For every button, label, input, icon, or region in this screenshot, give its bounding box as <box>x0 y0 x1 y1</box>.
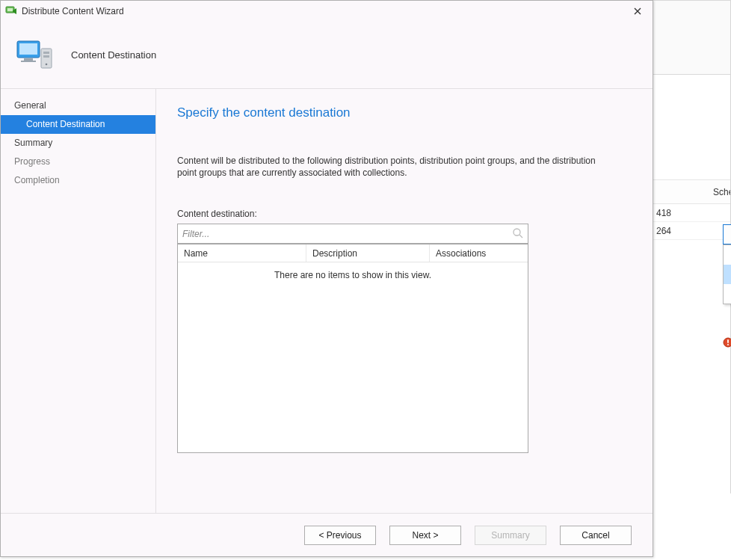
nav-item-completion[interactable]: Completion <box>1 171 155 190</box>
svg-rect-4 <box>24 58 33 61</box>
svg-rect-5 <box>21 61 36 62</box>
content-description: Content will be distributed to the follo… <box>177 155 596 179</box>
column-associations[interactable]: Associations <box>430 244 528 262</box>
previous-button[interactable]: < Previous <box>304 526 376 545</box>
svg-point-11 <box>724 338 731 347</box>
nav-item-progress[interactable]: Progress <box>1 153 155 171</box>
column-name[interactable]: Name <box>178 244 306 262</box>
add-menu-distribution-point[interactable]: Distribution Point <box>724 265 731 284</box>
app-icon <box>5 4 17 19</box>
nav-item-general[interactable]: General <box>1 96 155 115</box>
titlebar: Distribute Content Wizard <box>1 1 653 22</box>
svg-rect-7 <box>43 52 49 54</box>
wizard-content: Specify the content destination Content … <box>156 89 653 513</box>
svg-point-13 <box>727 344 729 345</box>
column-description[interactable]: Description <box>306 244 430 262</box>
nav-item-summary[interactable]: Summary <box>1 134 155 153</box>
cancel-button[interactable]: Cancel <box>560 526 632 545</box>
header-band: Content Destination <box>1 22 653 89</box>
svg-rect-8 <box>43 55 49 58</box>
svg-rect-3 <box>19 43 37 55</box>
nav-item-content-destination[interactable]: Content Destination <box>1 115 155 134</box>
validation-error-icon <box>723 337 731 350</box>
wizard-footer: < Previous Next > Summary Cancel <box>1 513 653 556</box>
window-title: Distribute Content Wizard <box>22 6 627 16</box>
content-destination-grid: Name Description Associations There are … <box>177 244 528 453</box>
background-panel-border <box>653 0 731 493</box>
content-destination-label: Content destination: <box>177 209 632 219</box>
add-button[interactable]: Add <box>723 224 731 244</box>
close-button[interactable] <box>627 4 648 19</box>
add-menu-distribution-point-group[interactable]: Distribution Point Group <box>724 284 731 304</box>
page-title: Content Destination <box>71 49 156 61</box>
wizard-nav: General Content Destination Summary Prog… <box>1 89 156 513</box>
search-icon <box>512 227 524 239</box>
close-icon <box>634 7 641 15</box>
add-menu-collections[interactable]: Collections <box>724 245 731 265</box>
grid-empty-text: There are no items to show in this view. <box>178 270 528 280</box>
content-heading: Specify the content destination <box>177 105 632 120</box>
next-button[interactable]: Next > <box>389 526 461 545</box>
svg-rect-12 <box>727 339 729 343</box>
svg-point-10 <box>513 229 520 236</box>
grid-header: Name Description Associations <box>178 244 528 262</box>
svg-point-9 <box>46 63 48 65</box>
summary-button: Summary <box>475 526 546 545</box>
filter-input[interactable] <box>177 224 528 244</box>
add-dropdown-menu: Collections Distribution Point Distribut… <box>723 244 731 304</box>
header-graphic <box>16 37 55 74</box>
wizard-window: Distribute Content Wizard Content Destin <box>0 0 653 557</box>
svg-rect-1 <box>7 8 13 11</box>
